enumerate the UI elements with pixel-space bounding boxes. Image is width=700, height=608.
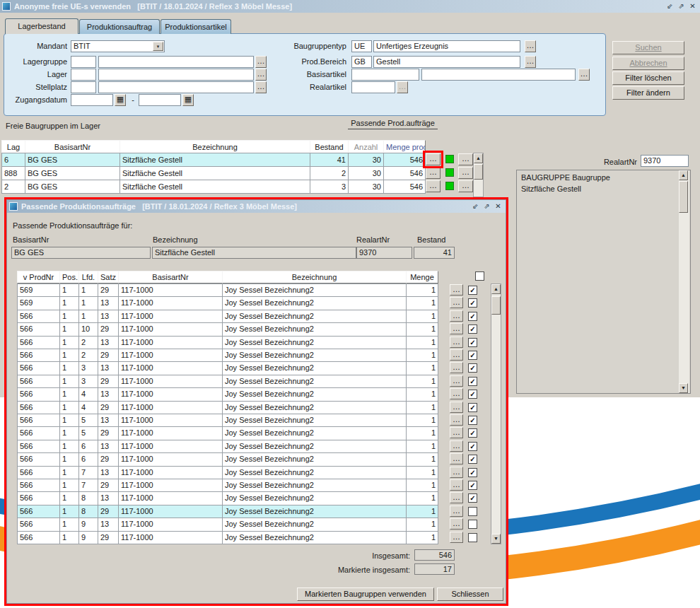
lagergruppe-name-input[interactable] <box>98 56 254 68</box>
lager-cell[interactable]: BG GES <box>25 166 120 180</box>
lager-cell[interactable]: 30 <box>348 166 384 180</box>
dialog-cell[interactable]: 1 <box>59 296 79 310</box>
dialog-cell[interactable]: 566 <box>17 505 60 518</box>
dialog-cell[interactable]: 117-1000 <box>118 322 223 336</box>
dialog-cell[interactable]: 13 <box>98 310 119 323</box>
order-detail-button[interactable]: … <box>450 349 463 361</box>
dialog-cell[interactable]: 9 <box>78 531 98 544</box>
row-checkbox[interactable]: ✓ <box>468 481 477 490</box>
close-icon[interactable]: ✕ <box>493 201 503 211</box>
dialog-cell[interactable]: 569 <box>17 296 60 310</box>
close-icon[interactable]: ✕ <box>687 1 698 11</box>
dialog-cell[interactable]: Joy Sessel Bezeichnung2 <box>222 518 407 531</box>
dialog-cell[interactable]: 117-1000 <box>118 479 223 492</box>
lager-cell[interactable]: 546 <box>383 180 426 194</box>
dialog-cell[interactable]: Joy Sessel Bezeichnung2 <box>222 387 407 401</box>
dialog-cell[interactable]: 1 <box>59 426 79 440</box>
dialog-cell[interactable]: 1 <box>406 375 438 388</box>
dialog-cell[interactable]: 1 <box>78 296 98 310</box>
order-detail-button[interactable]: … <box>450 414 463 426</box>
dialog-cell[interactable]: 1 <box>406 518 438 531</box>
dialog-cell[interactable]: 1 <box>406 310 438 323</box>
dialog-cell[interactable]: 29 <box>98 505 119 518</box>
order-detail-button[interactable]: … <box>450 532 463 543</box>
dialog-cell[interactable]: 1 <box>59 466 79 479</box>
dialog-cell[interactable]: 1 <box>406 361 438 375</box>
row-checkbox[interactable]: ✓ <box>468 403 477 412</box>
order-detail-button[interactable]: … <box>450 388 463 399</box>
matching-orders-button[interactable]: … <box>426 180 441 192</box>
markierte-verwenden-button[interactable]: Markierten Baugruppen verwenden <box>297 587 434 601</box>
zugangsdatum-from-calendar-icon[interactable]: ▦ <box>115 94 126 106</box>
row-checkbox[interactable] <box>468 507 477 516</box>
tab-produktionsartikel[interactable]: Produktionsartikel <box>161 19 231 34</box>
zugangsdatum-to-calendar-icon[interactable]: ▦ <box>182 94 194 106</box>
dialog-cell[interactable]: 566 <box>17 426 60 440</box>
lager-column-header[interactable]: Anzahl <box>348 140 384 153</box>
row-detail-button[interactable]: … <box>458 153 473 165</box>
suchen-button[interactable]: Suchen <box>612 41 684 54</box>
dialog-cell[interactable]: 1 <box>406 531 438 544</box>
dialog-cell[interactable]: Joy Sessel Bezeichnung2 <box>222 310 407 323</box>
dialog-cell[interactable]: 566 <box>17 375 60 388</box>
zugangsdatum-to-input[interactable] <box>139 94 181 106</box>
dialog-cell[interactable]: 566 <box>17 518 60 531</box>
tab-produktionsauftrag[interactable]: Produktionsauftrag <box>79 19 160 34</box>
dialog-cell[interactable]: 1 <box>406 322 438 336</box>
dialog-cell[interactable]: 117-1000 <box>118 283 223 297</box>
dialog-cell[interactable]: 566 <box>17 322 60 336</box>
lager-cell[interactable]: Sitzfläche Gestell <box>119 180 310 194</box>
lagergruppe-browse-button[interactable]: … <box>255 56 267 68</box>
lager-cell[interactable]: BG GES <box>25 153 120 167</box>
dialog-cell[interactable]: 1 <box>59 375 79 388</box>
restore-icon[interactable]: ⇙ <box>665 1 675 11</box>
lager-table-scrollbar[interactable]: ▲ <box>473 153 484 197</box>
dialog-cell[interactable]: 3 <box>78 361 98 375</box>
dialog-cell[interactable]: 2 <box>78 349 98 362</box>
dialog-cell[interactable]: Joy Sessel Bezeichnung2 <box>222 336 407 349</box>
dialog-cell[interactable]: 29 <box>98 283 119 297</box>
dialog-cell[interactable]: 1 <box>59 491 79 505</box>
baugruppentyp-code-input[interactable]: UE <box>351 40 372 52</box>
dialog-cell[interactable]: 5 <box>78 414 98 427</box>
row-checkbox[interactable]: ✓ <box>468 455 477 464</box>
row-detail-button[interactable]: … <box>458 180 473 192</box>
dialog-cell[interactable]: 1 <box>59 387 79 401</box>
dialog-cell[interactable]: Joy Sessel Bezeichnung2 <box>222 426 407 440</box>
schliessen-button[interactable]: Schliessen <box>437 587 503 601</box>
dialog-cell[interactable]: 117-1000 <box>118 375 223 388</box>
order-detail-button[interactable]: … <box>450 505 463 517</box>
dialog-cell[interactable]: 566 <box>17 479 60 492</box>
lager-cell[interactable]: 888 <box>1 166 25 180</box>
order-detail-button[interactable]: … <box>450 402 463 413</box>
baugruppentyp-browse-button[interactable]: … <box>525 40 536 52</box>
stellplatz-code-input[interactable] <box>71 81 96 93</box>
lager-column-header[interactable]: Bestand <box>310 140 349 153</box>
dialog-cell[interactable]: 1 <box>406 452 438 466</box>
lager-name-input[interactable] <box>98 69 254 81</box>
dialog-cell[interactable]: 1 <box>78 310 98 323</box>
dialog-cell[interactable]: 117-1000 <box>118 505 223 518</box>
restore-icon[interactable]: ⇙ <box>470 201 481 211</box>
dialog-cell[interactable]: 13 <box>98 387 119 401</box>
scroll-up-icon[interactable]: ▲ <box>474 153 483 163</box>
order-detail-button[interactable]: … <box>450 337 463 348</box>
dialog-cell[interactable]: 566 <box>17 466 60 479</box>
dialog-cell[interactable]: 566 <box>17 531 60 544</box>
dialog-cell[interactable]: 117-1000 <box>118 440 223 453</box>
realartikel-browse-button[interactable]: … <box>397 81 408 93</box>
abbrechen-button[interactable]: Abbrechen <box>612 57 684 70</box>
dialog-cell[interactable]: 9 <box>78 518 98 531</box>
dialog-cell[interactable]: 1 <box>59 440 79 453</box>
dialog-cell[interactable]: 566 <box>17 336 60 349</box>
row-checkbox[interactable] <box>468 533 477 542</box>
dialog-cell[interactable]: 1 <box>406 491 438 505</box>
row-checkbox[interactable]: ✓ <box>468 312 477 321</box>
dialog-cell[interactable]: 1 <box>59 336 79 349</box>
dialog-cell[interactable]: 117-1000 <box>118 466 223 479</box>
dialog-cell[interactable]: 1 <box>406 440 438 453</box>
dialog-cell[interactable]: 29 <box>98 452 119 466</box>
lager-cell[interactable]: 2 <box>310 166 349 180</box>
lager-code-input[interactable] <box>71 69 96 81</box>
dialog-cell[interactable]: Joy Sessel Bezeichnung2 <box>222 296 407 310</box>
